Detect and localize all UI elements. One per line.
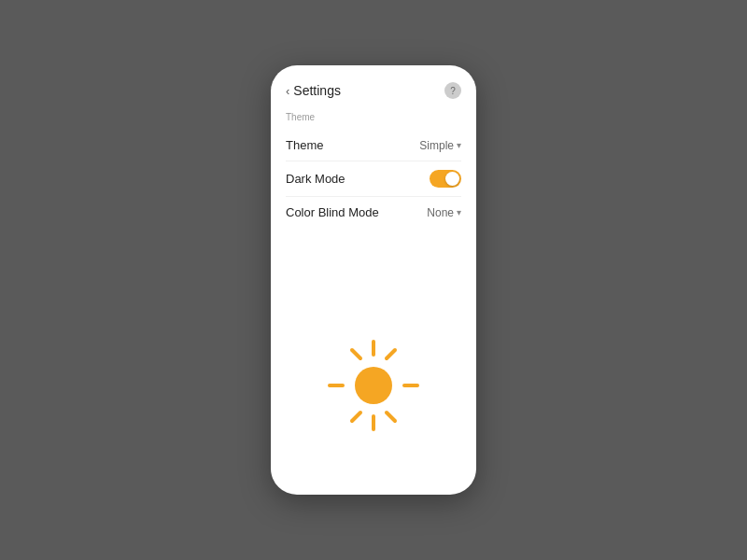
phone-card: ‹ Settings ? Theme Theme Simple ▾ Dark M… [271, 65, 476, 495]
settings-row-theme: Theme Simple ▾ [286, 130, 461, 161]
back-chevron-icon: ‹ [286, 84, 289, 98]
dark-mode-toggle[interactable] [430, 170, 461, 188]
color-blind-value: None [427, 206, 454, 219]
theme-chevron-icon: ▾ [457, 140, 461, 150]
theme-value: Simple [419, 139, 454, 152]
header: ‹ Settings ? [271, 65, 476, 108]
toggle-track [430, 170, 461, 188]
help-icon-label: ? [450, 86, 456, 96]
help-icon[interactable]: ? [444, 82, 461, 99]
sun-illustration [271, 294, 476, 495]
settings-body: Theme Theme Simple ▾ Dark Mode Color Bli… [271, 108, 476, 294]
theme-dropdown[interactable]: Simple ▾ [419, 139, 461, 152]
svg-line-7 [352, 350, 360, 358]
theme-label: Theme [286, 138, 323, 152]
settings-row-dark-mode: Dark Mode [286, 161, 461, 197]
svg-line-8 [352, 413, 360, 421]
dark-mode-label: Dark Mode [286, 172, 345, 186]
settings-row-color-blind: Color Blind Mode None ▾ [286, 197, 461, 228]
color-blind-dropdown[interactable]: None ▾ [427, 206, 461, 219]
color-blind-label: Color Blind Mode [286, 205, 379, 219]
toggle-thumb [445, 172, 459, 186]
svg-point-0 [355, 367, 392, 404]
color-blind-chevron-icon: ▾ [457, 207, 461, 217]
sun-svg [322, 334, 425, 437]
back-button[interactable]: ‹ Settings [286, 83, 341, 98]
svg-line-5 [387, 350, 395, 358]
page-title: Settings [293, 83, 341, 98]
svg-line-6 [387, 413, 395, 421]
section-label: Theme [286, 112, 461, 122]
